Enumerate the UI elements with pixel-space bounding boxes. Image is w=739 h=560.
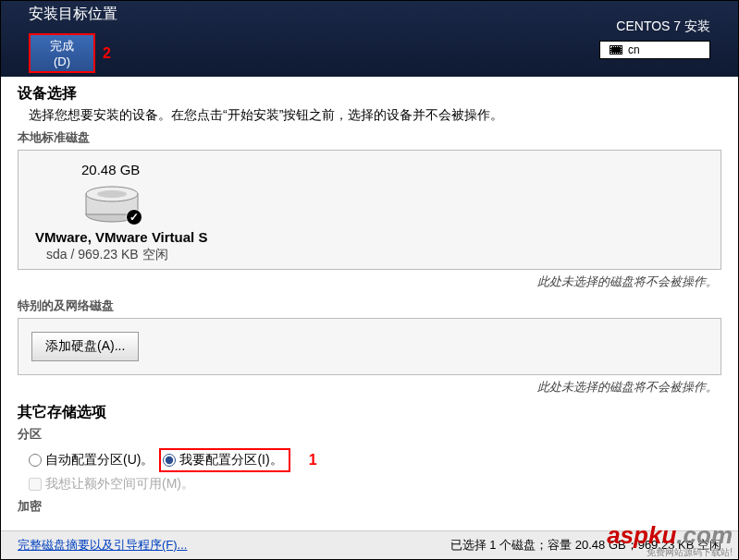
extra-space-input (29, 478, 42, 491)
radio-manual-partition[interactable]: 我要配置分区(I)。 (159, 448, 289, 472)
annotation-1: 1 (309, 452, 317, 469)
radio-auto-label: 自动配置分区(U)。 (45, 452, 154, 469)
extra-space-label: 我想让额外空间可用(M)。 (45, 476, 194, 493)
lang-code: cn (628, 43, 640, 56)
annotation-2: 2 (103, 45, 111, 62)
disk-free-info: sda / 969.23 KB 空闲 (46, 247, 207, 263)
disk-hint-1: 此处未选择的磁盘将不会被操作。 (18, 274, 718, 290)
disk-hint-2: 此处未选择的磁盘将不会被操作。 (18, 379, 718, 396)
disk-name: VMware, VMware Virtual S (35, 229, 207, 245)
watermark-sub: 免费网站源码下载站! (647, 546, 733, 559)
add-disk-button[interactable]: 添加硬盘(A)... (31, 332, 139, 361)
page-title: 安装目标位置 (29, 5, 117, 24)
checkmark-icon (126, 209, 142, 225)
hard-disk-icon (83, 183, 141, 224)
product-label: CENTOS 7 安装 (616, 18, 710, 35)
other-storage-heading: 其它存储选项 (18, 403, 721, 422)
keyboard-icon (610, 45, 622, 55)
radio-manual-label: 我要配置分区(I)。 (179, 452, 282, 469)
extra-space-checkbox: 我想让额外空间可用(M)。 (29, 476, 721, 493)
keyboard-language-indicator[interactable]: cn (599, 41, 710, 59)
local-disks-panel: 20.48 GB VMware, VMware Virtual S sda / … (18, 150, 721, 270)
partition-heading: 分区 (18, 426, 721, 443)
encryption-heading: 加密 (18, 498, 721, 515)
device-selection-heading: 设备选择 (18, 84, 721, 103)
done-button[interactable]: 完成(D) (29, 33, 95, 73)
special-disks-heading: 特别的及网络磁盘 (18, 298, 721, 314)
disk-size: 20.48 GB (81, 162, 207, 177)
full-disk-summary-link[interactable]: 完整磁盘摘要以及引导程序(F)... (18, 537, 187, 554)
special-disks-panel: 添加硬盘(A)... (18, 318, 721, 375)
local-disks-heading: 本地标准磁盘 (18, 129, 721, 146)
header-bar: 安装目标位置 完成(D) 2 CENTOS 7 安装 cn (1, 1, 738, 77)
radio-manual-input[interactable] (163, 454, 176, 467)
radio-auto-input[interactable] (29, 454, 42, 467)
device-description: 选择您想要安装的设备。在您点击“开始安装”按钮之前，选择的设备并不会被操作。 (29, 107, 721, 124)
svg-point-3 (97, 190, 127, 198)
radio-auto-partition[interactable]: 自动配置分区(U)。 (29, 452, 154, 469)
disk-item[interactable]: 20.48 GB VMware, VMware Virtual S sda / … (35, 162, 207, 263)
